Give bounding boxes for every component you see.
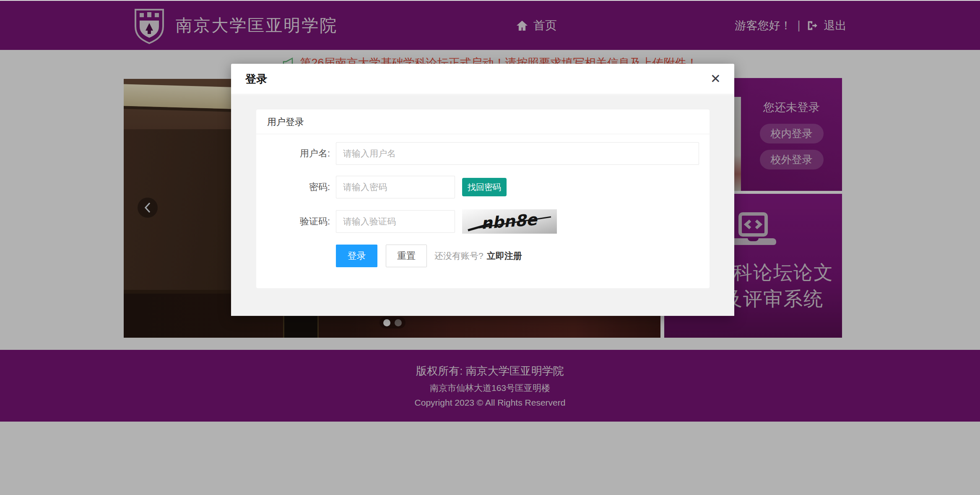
reset-button[interactable]: 重置 (386, 245, 427, 267)
modal-body: 用户登录 用户名: 密码: 找回密码 验证码: (231, 95, 734, 316)
login-button[interactable]: 登录 (336, 245, 377, 267)
no-account-text: 还没有账号? (434, 250, 484, 262)
actions-row: 登录 重置 还没有账号? 立即注册 (336, 245, 710, 267)
modal-header: 登录 ✕ (231, 64, 734, 94)
login-card: 用户登录 用户名: 密码: 找回密码 验证码: (256, 109, 710, 288)
captcha-row: 验证码: nbn8e (256, 209, 710, 234)
username-input[interactable] (336, 142, 699, 165)
find-password-button[interactable]: 找回密码 (462, 178, 507, 196)
page-top-strip (0, 0, 980, 1)
modal-title: 登录 (245, 72, 267, 86)
password-row: 密码: 找回密码 (256, 176, 710, 198)
password-input[interactable] (336, 176, 455, 198)
login-card-title: 用户登录 (256, 109, 710, 134)
login-form: 用户名: 密码: 找回密码 验证码: (256, 134, 710, 267)
captcha-input[interactable] (336, 210, 455, 233)
login-modal: 登录 ✕ 用户登录 用户名: 密码: 找回密码 验证码: (231, 64, 734, 316)
close-icon[interactable]: ✕ (710, 73, 721, 85)
username-label: 用户名: (256, 147, 336, 160)
username-row: 用户名: (256, 142, 710, 165)
captcha-label: 验证码: (256, 215, 336, 228)
password-label: 密码: (256, 181, 336, 193)
captcha-image[interactable]: nbn8e (462, 209, 557, 234)
register-link[interactable]: 立即注册 (487, 250, 522, 262)
